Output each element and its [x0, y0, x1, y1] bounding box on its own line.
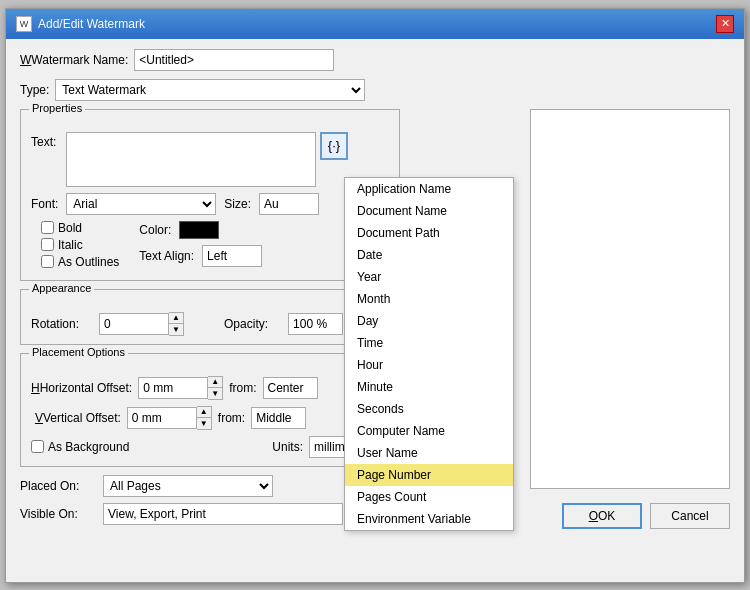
dropdown-item-hour[interactable]: Hour [345, 354, 513, 376]
dropdown-item-date[interactable]: Date [345, 244, 513, 266]
color-align-col: Color: Text Align: [139, 221, 262, 267]
dropdown-item-pages-count[interactable]: Pages Count [345, 486, 513, 508]
opacity-input[interactable] [288, 313, 343, 335]
appearance-inner: Rotation: ▲ ▼ Opacity: [31, 298, 389, 336]
as-background-label: As Background [48, 440, 129, 454]
italic-label: Italic [58, 238, 83, 252]
rotation-input[interactable] [99, 313, 169, 335]
macro-dropdown: Application Name Document Name Document … [344, 177, 514, 531]
dropdown-item-minute[interactable]: Minute [345, 376, 513, 398]
horiz-offset-row: HHorizontal Offset: ▲ ▼ from: [31, 376, 389, 400]
placement-inner: HHorizontal Offset: ▲ ▼ from: [31, 362, 389, 458]
dropdown-item-month[interactable]: Month [345, 288, 513, 310]
as-outlines-row: As Outlines [41, 255, 119, 269]
left-panel: Properties Text: {·} Font: Arial [20, 109, 400, 531]
vert-offset-input[interactable] [127, 407, 197, 429]
visible-on-row: Visible On: [20, 503, 400, 525]
properties-title: Properties [29, 102, 85, 114]
align-row: Text Align: [139, 245, 262, 267]
size-input[interactable] [259, 193, 319, 215]
type-select[interactable]: Text Watermark [55, 79, 365, 101]
horiz-arrows: ▲ ▼ [208, 376, 223, 400]
bottom-buttons: OOK Cancel [562, 503, 730, 529]
text-row: Text: {·} [31, 132, 389, 187]
dialog-icon: W [16, 16, 32, 32]
horiz-spinner: ▲ ▼ [138, 376, 223, 400]
italic-row: Italic [41, 238, 119, 252]
cancel-button[interactable]: Cancel [650, 503, 730, 529]
font-label: Font: [31, 197, 58, 211]
color-row: Color: [139, 221, 262, 239]
units-label: Units: [272, 440, 303, 454]
text-align-label: Text Align: [139, 249, 194, 263]
title-bar: W Add/Edit Watermark ✕ [6, 9, 744, 39]
dropdown-item-seconds[interactable]: Seconds [345, 398, 513, 420]
vert-arrows: ▲ ▼ [197, 406, 212, 430]
vert-offset-label: VVertical Offset: [35, 411, 121, 425]
dropdown-item-year[interactable]: Year [345, 266, 513, 288]
vert-spinner: ▲ ▼ [127, 406, 212, 430]
text-align-input[interactable] [202, 245, 262, 267]
dropdown-item-user-name[interactable]: User Name [345, 442, 513, 464]
properties-section: Properties Text: {·} Font: Arial [20, 109, 400, 281]
horiz-up-arrow[interactable]: ▲ [208, 377, 222, 388]
as-outlines-checkbox[interactable] [41, 255, 54, 268]
dropdown-item-environment-variable[interactable]: Environment Variable [345, 508, 513, 530]
rotation-up-arrow[interactable]: ▲ [169, 313, 183, 324]
properties-inner: Text: {·} Font: Arial Size: [31, 118, 389, 272]
type-row: Type: Text Watermark [20, 79, 730, 101]
watermark-name-row: WWatermark Name: [20, 49, 730, 71]
font-row: Font: Arial Size: [31, 193, 389, 215]
horiz-down-arrow[interactable]: ▼ [208, 388, 222, 399]
rotation-arrows: ▲ ▼ [169, 312, 184, 336]
horiz-from-label: from: [229, 381, 256, 395]
rotation-spinner: ▲ ▼ [99, 312, 184, 336]
preview-area [530, 109, 730, 489]
dialog-title: Add/Edit Watermark [38, 17, 145, 31]
close-button[interactable]: ✕ [716, 15, 734, 33]
bold-row: Bold [41, 221, 119, 235]
italic-checkbox[interactable] [41, 238, 54, 251]
macro-button[interactable]: {·} [320, 132, 348, 160]
appearance-section: Appearance Rotation: ▲ ▼ Opacity: [20, 289, 400, 345]
as-background-checkbox[interactable] [31, 440, 44, 453]
font-select[interactable]: Arial [66, 193, 216, 215]
dropdown-item-computer-name[interactable]: Computer Name [345, 420, 513, 442]
as-outlines-label: As Outlines [58, 255, 119, 269]
dropdown-item-document-path[interactable]: Document Path [345, 222, 513, 244]
placed-on-select[interactable]: All Pages [103, 475, 273, 497]
text-label: Text: [31, 135, 66, 149]
rotation-down-arrow[interactable]: ▼ [169, 324, 183, 335]
placed-on-row: Placed On: All Pages [20, 475, 400, 497]
bold-label: Bold [58, 221, 82, 235]
visible-on-label: Visible On: [20, 507, 95, 521]
vert-from-label: from: [218, 411, 245, 425]
dropdown-item-page-number[interactable]: Page Number [345, 464, 513, 486]
type-label: Type: [20, 83, 49, 97]
vert-from-input[interactable] [251, 407, 306, 429]
background-units-row: As Background Units: [31, 436, 389, 458]
ok-button[interactable]: OOK [562, 503, 642, 529]
horiz-offset-input[interactable] [138, 377, 208, 399]
color-label: Color: [139, 223, 171, 237]
options-row: Bold Italic As Outlines [31, 221, 389, 272]
dropdown-item-time[interactable]: Time [345, 332, 513, 354]
dropdown-item-application-name[interactable]: Application Name [345, 178, 513, 200]
dropdown-item-day[interactable]: Day [345, 310, 513, 332]
dialog-body: WWatermark Name: Type: Text Watermark Pr… [6, 39, 744, 541]
dropdown-item-document-name[interactable]: Document Name [345, 200, 513, 222]
bold-checkbox[interactable] [41, 221, 54, 234]
placement-title: Placement Options [29, 346, 128, 358]
visible-on-input[interactable] [103, 503, 343, 525]
vert-up-arrow[interactable]: ▲ [197, 407, 211, 418]
color-swatch[interactable] [179, 221, 219, 239]
vert-down-arrow[interactable]: ▼ [197, 418, 211, 429]
watermark-name-label: WWatermark Name: [20, 53, 128, 67]
add-edit-watermark-dialog: W Add/Edit Watermark ✕ WWatermark Name: … [5, 8, 745, 583]
text-textarea[interactable] [66, 132, 316, 187]
checkboxes-col: Bold Italic As Outlines [41, 221, 119, 272]
watermark-name-input[interactable] [134, 49, 334, 71]
horiz-from-input[interactable] [263, 377, 318, 399]
as-background-row: As Background [31, 440, 129, 454]
horiz-offset-label: HHorizontal Offset: [31, 381, 132, 395]
